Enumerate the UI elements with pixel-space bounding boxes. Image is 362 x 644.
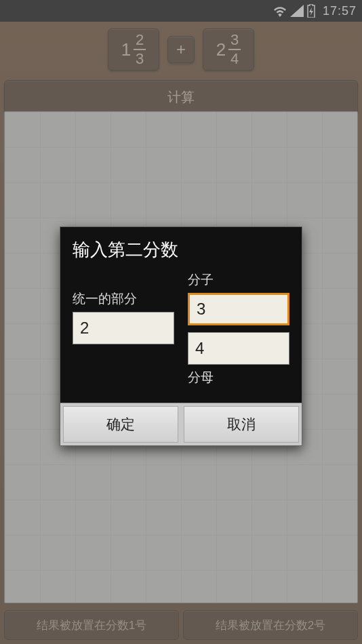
ok-button[interactable]: 确定: [63, 406, 178, 443]
whole-part-label: 统一的部分: [73, 290, 174, 308]
numerator-input[interactable]: [188, 293, 289, 325]
denominator-input[interactable]: [188, 332, 289, 365]
dialog-button-row: 确定 取消: [60, 403, 302, 445]
denominator-label: 分母: [188, 369, 289, 386]
cancel-button[interactable]: 取消: [184, 406, 299, 443]
input-fraction-dialog: 输入第二分数 统一的部分 分子 分母 确定 取消: [60, 226, 302, 446]
cancel-label: 取消: [227, 415, 256, 434]
ok-label: 确定: [106, 415, 135, 434]
dialog-title: 输入第二分数: [60, 227, 302, 271]
whole-part-input[interactable]: [73, 312, 174, 344]
numerator-label: 分子: [188, 271, 289, 289]
